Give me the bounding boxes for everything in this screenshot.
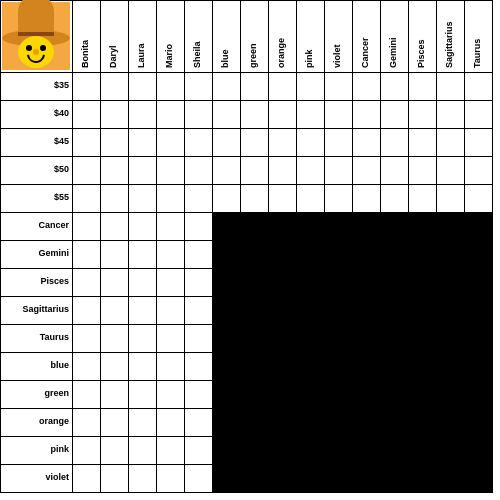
puzzle-container	[0, 0, 500, 500]
